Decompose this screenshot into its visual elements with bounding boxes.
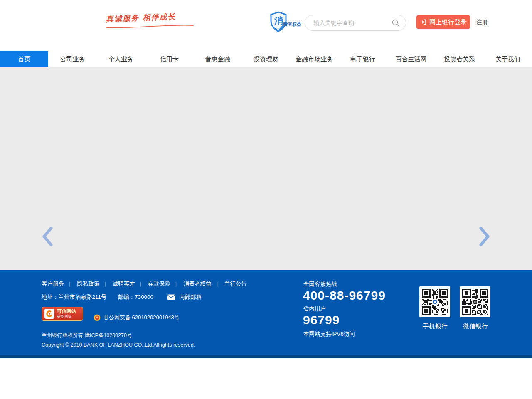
- wechat-banking-qr-block: 微信银行: [460, 286, 491, 330]
- police-record-number: 甘公网安备 62010202001943号: [103, 314, 180, 321]
- police-emblem-icon: [94, 314, 101, 321]
- nav-item-credit-card[interactable]: 信用卡: [145, 51, 193, 67]
- nav-item-inclusive-finance[interactable]: 普惠金融: [193, 51, 241, 67]
- trust-badge-swirl-icon: [44, 309, 54, 319]
- carousel-next-arrow[interactable]: [478, 226, 491, 247]
- footer-links: 客户服务 隐私政策 诚聘英才 存款保险 消费者权益 兰行公告: [42, 280, 247, 288]
- mobile-banking-qr-label: 手机银行: [419, 323, 451, 330]
- envelope-icon: [167, 294, 175, 300]
- nav-item-baihe-life-network[interactable]: 百合生活网: [387, 51, 435, 67]
- brand-slogan: 真诚服务 相伴成长: [106, 12, 194, 29]
- qr-pattern: [461, 288, 490, 316]
- bank-address: 地址：兰州市酒泉路211号: [42, 293, 107, 301]
- consumer-badge-text: 费者权益: [283, 21, 301, 27]
- nav-item-about-us[interactable]: 关于我们: [484, 51, 532, 67]
- footer-link-bank-announcements[interactable]: 兰行公告: [224, 281, 247, 287]
- mobile-banking-qr-block: 手机银行: [419, 286, 451, 330]
- site-search: [305, 15, 406, 31]
- copyright-chinese: 兰州银行版权所有 陇ICP备10200270号: [42, 332, 132, 339]
- nav-item-home[interactable]: 首页: [0, 51, 48, 67]
- slogan-text: 真诚服务 相伴成长: [106, 11, 195, 24]
- search-input[interactable]: [313, 20, 392, 26]
- online-banking-login-button[interactable]: 网上银行登录: [416, 15, 470, 29]
- trusted-website-badge[interactable]: 可信网站 身份验证: [42, 307, 83, 321]
- carousel-prev-arrow[interactable]: [41, 226, 54, 247]
- wechat-banking-qr-code: [460, 286, 490, 317]
- trust-badge-text: 可信网站 身份验证: [57, 309, 76, 319]
- login-button-label: 网上银行登录: [429, 18, 467, 26]
- trust-badge-line2: 身份验证: [57, 314, 76, 319]
- nav-item-investment-wealth[interactable]: 投资理财: [242, 51, 290, 67]
- ipv6-support-note: 本网站支持IPV6访问: [303, 330, 355, 338]
- consumer-rights-badge[interactable]: 消 费者权益: [269, 11, 300, 34]
- nav-item-personal-business[interactable]: 个人业务: [97, 51, 145, 67]
- login-arrow-icon: [420, 19, 426, 25]
- wechat-banking-qr-label: 微信银行: [460, 323, 491, 330]
- nav-item-corporate-business[interactable]: 公司业务: [48, 51, 96, 67]
- nav-item-e-banking[interactable]: 电子银行: [339, 51, 387, 67]
- footer-link-careers[interactable]: 诚聘英才: [113, 281, 147, 287]
- internal-mailbox-link[interactable]: 内部邮箱: [167, 293, 202, 301]
- hero-carousel: 理财查询平台 银企对账 企业手机银行: [0, 67, 532, 270]
- copyright-english: Copyright © 2010 BANK OF LANZHOU CO.,Ltd…: [42, 342, 195, 348]
- nav-item-investor-relations[interactable]: 投资者关系: [435, 51, 483, 67]
- bank-of-lanzhou-homepage: 真诚服务 相伴成长 消 费者权益: [0, 0, 532, 399]
- national-hotline-label: 全国客服热线: [303, 281, 337, 288]
- nav-item-financial-markets[interactable]: 金融市场业务: [290, 51, 338, 67]
- mailbox-label: 内部邮箱: [179, 293, 202, 301]
- footer-link-privacy-policy[interactable]: 隐私政策: [77, 281, 111, 287]
- search-icon[interactable]: [392, 19, 400, 27]
- footer-link-customer-service[interactable]: 客户服务: [42, 281, 76, 287]
- qr-pattern: [421, 288, 449, 316]
- mobile-banking-qr-code: [419, 286, 450, 317]
- footer-address-row: 地址：兰州市酒泉路211号 邮编：730000 内部邮箱: [42, 293, 202, 301]
- slogan-underline-swoosh: [106, 23, 194, 29]
- footer-link-deposit-insurance[interactable]: 存款保险: [148, 281, 182, 287]
- police-record-link[interactable]: 甘公网安备 62010202001943号: [94, 314, 180, 321]
- postal-code: 邮编：730000: [118, 293, 154, 301]
- site-header: 真诚服务 相伴成长 消 费者权益: [0, 0, 532, 51]
- register-link[interactable]: 注册: [476, 19, 488, 26]
- consumer-badge-char: 消: [274, 15, 283, 27]
- site-footer: 客户服务 隐私政策 诚聘英才 存款保险 消费者权益 兰行公告 地址：兰州市酒泉路…: [0, 270, 532, 358]
- province-hotline-number: 96799: [303, 313, 340, 327]
- province-users-label: 省内用户: [303, 305, 326, 313]
- national-hotline-number: 400-88-96799: [303, 288, 386, 303]
- main-navigation: 首页 公司业务 个人业务 信用卡 普惠金融 投资理财 金融市场业务 电子银行 百…: [0, 51, 532, 67]
- footer-link-consumer-rights[interactable]: 消费者权益: [183, 281, 223, 287]
